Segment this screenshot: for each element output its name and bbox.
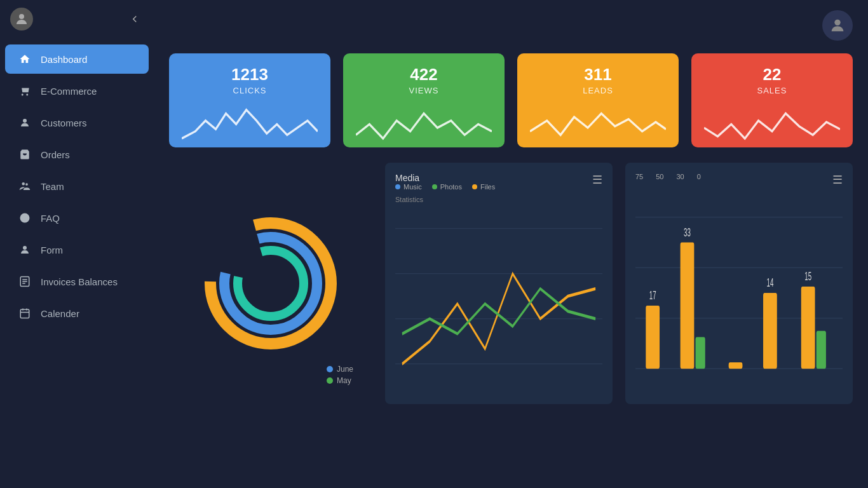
bar-chart-area: 17 33 14 15 xyxy=(635,192,843,394)
svg-point-3 xyxy=(25,183,28,186)
legend-dot-may xyxy=(327,377,333,384)
stat-card-sales: 22 SALES xyxy=(691,53,853,147)
legend-label-files: Files xyxy=(480,183,495,191)
sidebar-item-dashboard[interactable]: Dashboard xyxy=(5,44,149,74)
svg-rect-27 xyxy=(646,306,660,369)
clicks-wave xyxy=(182,99,318,147)
svg-rect-11 xyxy=(20,309,29,318)
invoice-icon xyxy=(18,274,32,288)
media-chart-legend: Music Photos Files xyxy=(395,183,495,191)
main-content: 1213 CLICKS 422 VIEWS 311 LEADS xyxy=(154,0,868,488)
media-chart-section: Media Music Photos Files xyxy=(385,163,613,404)
sidebar: Dashboard E-Commerce Customers Orders xyxy=(0,0,154,488)
svg-point-6 xyxy=(23,246,27,250)
media-chart-title: Media xyxy=(395,173,495,183)
legend-item-june: June xyxy=(327,365,353,374)
sidebar-item-label: E-Commerce xyxy=(41,86,97,97)
bar-y-label-30: 30 xyxy=(677,173,684,180)
leads-wave xyxy=(530,99,666,147)
legend-photos: Photos xyxy=(432,183,462,191)
legend-music: Music xyxy=(395,183,422,191)
svg-text:14: 14 xyxy=(766,276,773,289)
media-chart-subtitle: Statistics xyxy=(395,196,495,203)
legend-item-may: May xyxy=(327,376,353,385)
calendar-icon xyxy=(18,306,32,320)
sidebar-item-label: Form xyxy=(41,245,63,255)
svg-rect-30 xyxy=(696,337,705,369)
legend-label-june: June xyxy=(337,365,353,374)
bar-chart-section: 75 50 30 0 ☰ 17 xyxy=(625,163,853,404)
stat-card-leads: 311 LEADS xyxy=(517,53,679,147)
legend-dot-files xyxy=(472,184,477,189)
sales-wave xyxy=(704,99,840,147)
group-icon xyxy=(18,179,32,193)
sidebar-item-team[interactable]: Team xyxy=(5,172,149,201)
donut-legend: June May xyxy=(327,365,353,385)
sidebar-item-faq[interactable]: FAQ xyxy=(5,203,149,233)
svg-rect-35 xyxy=(801,287,815,369)
bar-chart-header: 75 50 30 0 ☰ xyxy=(635,173,843,187)
stat-label-views: VIEWS xyxy=(356,86,492,95)
sidebar-item-form[interactable]: Form xyxy=(5,235,149,264)
stat-number-views: 422 xyxy=(356,65,492,85)
sidebar-item-label: Calender xyxy=(41,308,79,319)
legend-files: Files xyxy=(472,183,495,191)
svg-point-2 xyxy=(22,182,25,186)
stat-card-clicks: 1213 CLICKS xyxy=(169,53,330,147)
svg-rect-36 xyxy=(817,331,826,369)
svg-rect-29 xyxy=(681,243,695,369)
stat-card-views: 422 VIEWS xyxy=(343,53,505,147)
svg-point-15 xyxy=(834,20,840,25)
person-icon xyxy=(18,116,32,130)
top-right-user-avatar[interactable] xyxy=(822,10,853,41)
donut-chart-section: June May xyxy=(169,163,372,404)
legend-label-photos: Photos xyxy=(440,183,462,191)
stat-number-leads: 311 xyxy=(530,65,666,85)
stat-label-clicks: CLICKS xyxy=(182,86,318,95)
media-chart-header: Media Music Photos Files xyxy=(395,173,602,208)
svg-point-5 xyxy=(25,220,25,220)
legend-label-may: May xyxy=(337,376,351,385)
svg-text:33: 33 xyxy=(684,226,691,238)
svg-text:17: 17 xyxy=(649,289,656,302)
svg-point-0 xyxy=(19,14,24,19)
svg-point-18 xyxy=(238,250,304,316)
collapse-button[interactable] xyxy=(126,10,144,28)
bar-y-label-0: 0 xyxy=(697,173,701,180)
sidebar-navigation: Dashboard E-Commerce Customers Orders xyxy=(0,38,154,334)
stat-label-leads: LEADS xyxy=(530,86,666,95)
sidebar-item-ecommerce[interactable]: E-Commerce xyxy=(5,76,149,105)
sidebar-item-calender[interactable]: Calender xyxy=(5,299,149,328)
stat-number-clicks: 1213 xyxy=(182,65,318,85)
stat-number-sales: 22 xyxy=(704,65,840,85)
form-icon xyxy=(18,243,32,257)
user-avatar xyxy=(10,8,33,30)
sidebar-item-label: Orders xyxy=(41,149,70,160)
cart-icon xyxy=(18,84,32,98)
bar-chart-menu-icon[interactable]: ☰ xyxy=(832,173,843,187)
stats-row: 1213 CLICKS 422 VIEWS 311 LEADS xyxy=(169,53,853,147)
sidebar-item-label: Team xyxy=(41,181,64,192)
svg-rect-33 xyxy=(763,293,777,369)
legend-dot-june xyxy=(327,366,333,372)
views-wave xyxy=(356,99,492,147)
donut-chart xyxy=(201,214,341,353)
sidebar-header xyxy=(0,0,154,38)
bar-y-label-50: 50 xyxy=(656,173,663,180)
media-chart-area xyxy=(395,214,602,394)
sidebar-item-invoices[interactable]: Invoices Balances xyxy=(5,267,149,296)
legend-label-music: Music xyxy=(403,183,422,191)
svg-rect-32 xyxy=(729,362,743,369)
bottom-section: June May Media Music xyxy=(169,163,853,404)
legend-dot-music xyxy=(395,184,400,189)
sidebar-item-customers[interactable]: Customers xyxy=(5,108,149,137)
bag-icon xyxy=(18,147,32,161)
svg-text:15: 15 xyxy=(804,270,811,283)
sidebar-item-label: Customers xyxy=(41,118,87,128)
home-icon xyxy=(18,52,32,66)
stat-label-sales: SALES xyxy=(704,86,840,95)
svg-point-1 xyxy=(23,119,27,123)
question-icon xyxy=(18,211,32,225)
media-chart-menu-icon[interactable]: ☰ xyxy=(592,173,602,187)
sidebar-item-orders[interactable]: Orders xyxy=(5,140,149,169)
